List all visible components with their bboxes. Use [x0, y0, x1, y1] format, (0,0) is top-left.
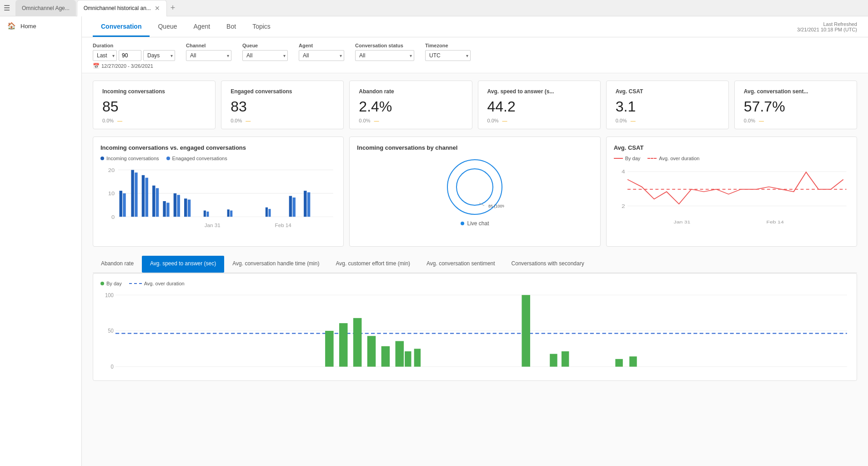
filter-queue-select[interactable]: All: [242, 50, 288, 61]
svg-rect-12: [152, 186, 155, 217]
bottom-tabs-section: Abandon rate Avg. speed to answer (sec) …: [82, 252, 868, 273]
filter-duration-unit[interactable]: Days Weeks Months: [143, 50, 175, 61]
filter-timezone: Timezone UTC: [425, 43, 471, 61]
tab-active-2[interactable]: Omnichannel historical an... ✕: [77, 0, 167, 16]
tab-label-1: Omnichannel Age...: [22, 5, 70, 11]
content-header: Conversation Queue Agent Bot Topics Last…: [82, 16, 868, 37]
sidebar-item-label-home: Home: [20, 23, 36, 30]
svg-text:Feb 14: Feb 14: [766, 219, 783, 224]
tab-bot[interactable]: Bot: [218, 16, 244, 37]
kpi-card-engaged: Engaged conversations 83 0.0% —: [221, 81, 344, 129]
filters-row: Duration Last Days Weeks Mon: [82, 37, 868, 73]
svg-rect-62: [629, 356, 637, 367]
legend-dot-incoming: [100, 157, 104, 160]
svg-text:Feb 14: Feb 14: [275, 223, 291, 228]
kpi-card-incoming: Incoming conversations 85 0.0% —: [93, 81, 216, 129]
filter-channel-select[interactable]: All: [186, 50, 231, 61]
svg-rect-7: [123, 193, 125, 217]
bottom-tab-effort[interactable]: Avg. customer effort time (min): [327, 256, 418, 273]
donut-legend-dot: [461, 222, 464, 225]
svg-rect-31: [307, 192, 310, 217]
svg-rect-58: [414, 349, 421, 366]
sidebar: 🏠 Home: [0, 16, 82, 466]
bar-chart-legend: Incoming conversations Enagaged conversa…: [100, 156, 336, 161]
svg-rect-21: [206, 212, 209, 217]
bottom-chart-legend: By day Avg. over duration: [100, 281, 849, 286]
charts-row: Incoming conversations vs. engaged conve…: [82, 133, 868, 252]
filter-group: Duration Last Days Weeks Mon: [93, 43, 857, 61]
bottom-tab-sentiment[interactable]: Avg. conversation sentiment: [418, 256, 503, 273]
tab-topics[interactable]: Topics: [244, 16, 279, 37]
home-icon: 🏠: [7, 22, 16, 30]
svg-text:0: 0: [111, 364, 114, 370]
filter-duration-number[interactable]: [119, 50, 141, 61]
svg-point-33: [452, 164, 497, 210]
filter-conv-status-select[interactable]: All: [355, 50, 414, 61]
bottom-tab-secondary[interactable]: Conversations with secondary: [503, 256, 592, 273]
svg-rect-30: [304, 191, 306, 217]
svg-rect-26: [266, 208, 268, 217]
tab-queue[interactable]: Queue: [150, 16, 185, 37]
svg-text:100: 100: [105, 292, 114, 299]
legend-line-byday: [614, 158, 623, 159]
svg-text:20: 20: [108, 167, 115, 173]
bottom-tab-handle[interactable]: Avg. conversation handle time (min): [224, 256, 327, 273]
svg-text:85 (100%): 85 (100%): [488, 204, 504, 208]
filter-agent-select[interactable]: All: [299, 50, 344, 61]
svg-rect-27: [268, 209, 271, 217]
svg-rect-54: [381, 346, 390, 367]
bar-chart-svg: 20 10 0: [100, 165, 336, 238]
sidebar-item-home[interactable]: 🏠 Home: [0, 16, 81, 35]
svg-text:Jan 31: Jan 31: [205, 223, 221, 228]
svg-rect-16: [174, 193, 176, 217]
filter-agent: Agent All: [299, 43, 344, 61]
filter-timezone-select[interactable]: UTC: [425, 50, 471, 61]
svg-text:2: 2: [622, 203, 625, 209]
new-tab-button[interactable]: +: [171, 3, 176, 13]
content-area: Conversation Queue Agent Bot Topics Last…: [82, 16, 868, 466]
tab-conversation[interactable]: Conversation: [93, 16, 150, 37]
donut-chart-card: Incoming conversations by channel 85 (10…: [349, 137, 600, 247]
kpi-card-speed: Avg. speed to answer (s... 44.2 0.0% —: [478, 81, 601, 129]
svg-rect-8: [131, 170, 134, 217]
svg-text:10: 10: [108, 191, 115, 197]
calendar-icon: 📅: [93, 63, 100, 69]
svg-rect-14: [163, 201, 166, 217]
svg-rect-51: [339, 323, 348, 367]
filter-channel: Channel All: [186, 43, 231, 61]
svg-rect-10: [142, 175, 145, 217]
csat-legend: By day Avg. over duration: [614, 156, 849, 161]
svg-rect-52: [353, 318, 362, 367]
svg-rect-11: [145, 178, 148, 217]
svg-text:0: 0: [111, 214, 115, 220]
legend-avg: Avg. over duration: [647, 156, 699, 161]
bottom-tabs: Abandon rate Avg. speed to answer (sec) …: [93, 256, 857, 273]
main-layout: 🏠 Home Conversation Queue Agent Bot: [0, 16, 868, 466]
bottom-tab-abandon[interactable]: Abandon rate: [93, 256, 142, 273]
svg-rect-56: [522, 295, 530, 367]
svg-rect-17: [177, 195, 180, 217]
svg-rect-59: [550, 354, 557, 367]
menu-icon[interactable]: ☰: [4, 4, 10, 12]
bottom-tab-speed[interactable]: Avg. speed to answer (sec): [142, 256, 224, 273]
svg-rect-24: [230, 211, 232, 217]
kpi-card-csat: Avg. CSAT 3.1 0.0% —: [606, 81, 729, 129]
bottom-chart-svg: 100 50 0: [100, 290, 849, 372]
bar-chart-card: Incoming conversations vs. engaged conve…: [93, 137, 344, 247]
kpi-section: Incoming conversations 85 0.0% — Engaged…: [82, 73, 868, 133]
svg-rect-50: [325, 331, 334, 367]
tab-inactive-1[interactable]: Omnichannel Age...: [15, 0, 76, 16]
svg-rect-60: [562, 351, 569, 367]
filter-conversation-status: Conversation status All: [355, 43, 414, 61]
tab-close-icon[interactable]: ✕: [155, 5, 160, 12]
legend-engaged: Enagaged conversations: [166, 156, 227, 161]
csat-chart-card: Avg. CSAT By day Avg. over duration 4 2: [606, 137, 857, 247]
svg-rect-53: [367, 336, 376, 367]
svg-rect-9: [135, 172, 137, 217]
browser-bar: ☰ Omnichannel Age... Omnichannel histori…: [0, 0, 868, 16]
filter-duration-preset[interactable]: Last: [93, 50, 117, 61]
svg-rect-19: [188, 200, 191, 217]
bottom-legend-dashed: [129, 283, 142, 284]
tab-agent[interactable]: Agent: [186, 16, 219, 37]
svg-text:Jan 31: Jan 31: [673, 219, 690, 224]
